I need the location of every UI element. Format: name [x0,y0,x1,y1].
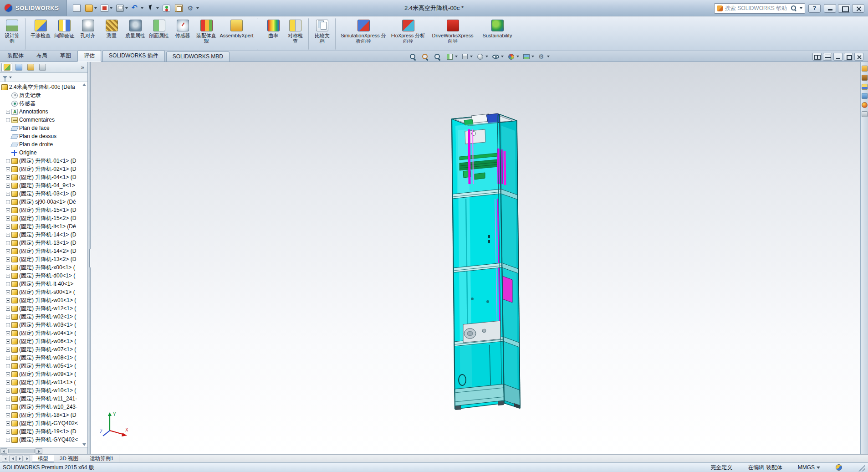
expand-icon[interactable] [6,315,10,319]
tree-item[interactable]: (固定) 升降机-w08<1> ( [0,354,87,362]
filter-dropdown-icon[interactable] [9,77,12,78]
options-icon[interactable] [186,4,200,13]
tree-item[interactable]: 传感器 [0,99,87,108]
tree-item[interactable]: (固定) 升降机-w02<1> ( [0,313,87,321]
view-orientation-icon[interactable] [460,52,474,61]
expand-icon[interactable] [6,192,10,196]
tree-item[interactable]: (固定) 升降机-04_9<1> [0,181,87,190]
window-maximize-button[interactable] [838,4,850,13]
floxpress-wizard-button[interactable]: FloXpress 分析向导 [388,18,428,50]
tree-scroll-up-icon[interactable] [82,83,86,86]
tree-item[interactable]: (固定) 升降机-GYQ402< [0,419,87,427]
tree-item[interactable]: (固定) 升降机-w03<1> ( [0,321,87,329]
hole-alignment-button[interactable]: 孔对齐 [76,18,100,50]
expand-icon[interactable] [6,159,10,163]
tree-item[interactable]: Commentaires [0,116,87,124]
expand-icon[interactable] [6,208,10,212]
expand-icon[interactable] [6,257,10,262]
tree-item[interactable]: (固定) 升降机-w07<1> ( [0,345,87,354]
symmetry-check-button[interactable]: 对称检查 [285,18,309,50]
assembly-visualization-button[interactable]: 装配体直观 [194,18,218,50]
doc-tab-model[interactable]: 模型 [32,455,54,462]
doc-tab-3d-views[interactable]: 3D 视图 [54,455,84,462]
tree-item[interactable]: 历史记录 [0,91,87,99]
dimxpertmanager-tab[interactable] [37,63,48,72]
previous-view-icon[interactable] [432,52,444,61]
tab-solidworks-addins[interactable]: SOLIDWORKS 插件 [102,50,165,62]
expand-icon[interactable] [6,126,10,130]
tab-solidworks-mbd[interactable]: SOLIDWORKS MBD [166,51,230,62]
expand-icon[interactable] [6,389,10,393]
zoom-to-fit-icon[interactable] [408,52,419,61]
expand-icon[interactable] [6,216,10,221]
expand-icon[interactable] [6,200,10,204]
tree-item[interactable]: (固定) sj90-00a<1> (Dé [0,198,87,206]
edit-appearance-icon[interactable] [506,52,521,61]
undo-icon[interactable] [130,4,145,13]
tree-item[interactable]: (固定) 升降机-w01<1> ( [0,296,87,304]
search-input[interactable]: 搜索 SOLIDWORKS 帮助 [714,3,805,14]
file-properties-icon[interactable] [174,4,185,13]
tree-item[interactable]: Plan de dessus [0,132,87,140]
expand-icon[interactable] [6,175,10,180]
tree-item[interactable]: (固定) 升降机-w12<1> ( [0,304,87,313]
resize-grip[interactable] [858,464,865,472]
tree-item[interactable]: (固定) 升降机-lt-40<1> [0,280,87,288]
print-icon[interactable] [115,4,129,13]
expand-icon[interactable] [6,233,10,237]
expand-icon[interactable] [6,167,10,171]
sustainability-button[interactable]: Sustainability [477,18,517,50]
tree-item[interactable]: (固定) 升降机-04<1> (D [0,173,87,181]
clearance-verification-button[interactable]: 间隙验证 [52,18,76,50]
view-settings-icon[interactable] [536,52,551,61]
tree-root-item[interactable]: 2.4米高空升降机-00c (Défa [0,83,87,91]
search-dropdown-icon[interactable] [800,7,802,9]
expand-icon[interactable] [6,274,10,278]
tree-item[interactable]: (固定) 升降机-13<2> (D [0,255,87,263]
minimize-document-icon[interactable] [833,53,842,61]
interference-check-button[interactable]: 干涉检查 [29,18,52,50]
panel-tabs-overflow-button[interactable]: » [79,64,86,71]
tree-item[interactable]: (固定) 升降机-15<1> (D [0,206,87,214]
tree-horizontal-scrollbar[interactable] [0,447,87,454]
tree-item[interactable]: (固定) 升降机-GYQ402< [0,436,87,444]
tree-item[interactable]: (固定) 升降机-18<1> (D [0,411,87,419]
tree-item[interactable]: Origine [0,149,87,157]
featuremanager-tab[interactable] [1,63,12,72]
last-tab-icon[interactable] [24,456,30,462]
sensor-button[interactable]: 传感器 [171,18,194,50]
expand-icon[interactable] [6,356,10,360]
configurationmanager-tab[interactable] [25,63,36,72]
custom-properties-icon[interactable] [862,111,868,117]
expand-icon[interactable] [6,397,10,401]
help-button[interactable]: ? [808,4,821,13]
first-tab-icon[interactable] [2,456,8,462]
expand-icon[interactable] [6,331,10,335]
compare-documents-button[interactable]: 比较文档 [312,18,336,50]
tree-item[interactable]: (固定) 升降机-19<1> (D [0,427,87,436]
expand-icon[interactable] [6,184,10,188]
expand-icon[interactable] [6,421,10,426]
zoom-to-area-icon[interactable] [420,52,431,61]
expand-icon[interactable] [6,225,10,229]
elevator-assembly-model[interactable] [91,62,860,454]
scrollbar-thumb[interactable] [8,449,35,453]
expand-icon[interactable] [6,241,10,245]
expand-icon[interactable] [6,339,10,344]
tree-item[interactable]: (固定) 升降机-02<1> (D [0,165,87,173]
expand-icon[interactable] [6,93,10,97]
display-style-icon[interactable] [475,52,490,61]
expand-icon[interactable] [6,110,10,114]
search-icon[interactable] [791,5,797,11]
curvature-button[interactable]: 曲率 [261,18,285,50]
tree-item[interactable]: (固定) 升降机-w11_241- [0,395,87,403]
design-library-icon[interactable] [862,75,868,81]
next-tab-icon[interactable] [16,456,23,462]
section-view-icon[interactable] [444,52,459,61]
expand-icon[interactable] [6,413,10,417]
tree-item[interactable]: (固定) 升降机-01<1> (D [0,157,87,165]
expand-icon[interactable] [6,372,10,376]
driveworksxpress-wizard-button[interactable]: DriveWorksXpress 向导 [428,18,477,50]
expand-icon[interactable] [6,134,10,139]
units-selector[interactable]: MMGS [798,464,820,471]
